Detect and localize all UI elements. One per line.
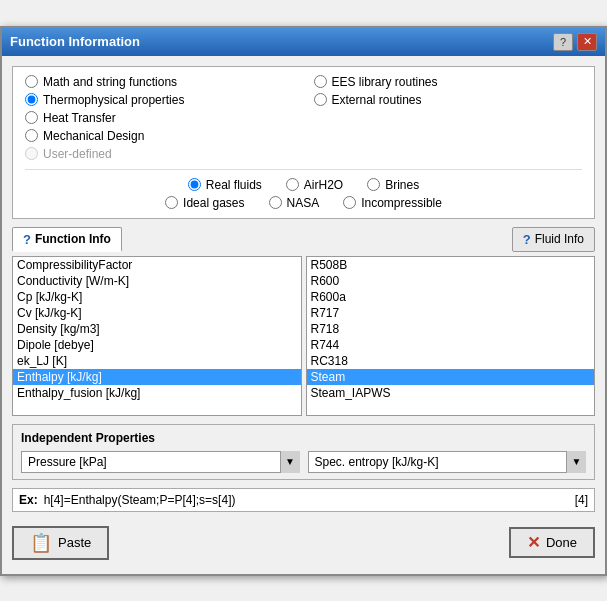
function-info-tab[interactable]: ? Function Info <box>12 227 122 252</box>
radio-heat[interactable]: Heat Transfer <box>25 111 294 125</box>
radio-real[interactable]: Real fluids <box>188 178 262 192</box>
paste-icon: 📋 <box>30 532 52 554</box>
list-item[interactable]: Cp [kJ/kg-K] <box>13 289 301 305</box>
radio-ideal[interactable]: Ideal gases <box>165 196 244 210</box>
radio-ees-input[interactable] <box>314 75 327 88</box>
category-section: Math and string functions EES library ro… <box>12 66 595 219</box>
fluid-info-tab[interactable]: ? Fluid Info <box>512 227 595 252</box>
list-item[interactable]: Dipole [debye] <box>13 337 301 353</box>
fluid-row-2: Ideal gases NASA Incompressible <box>165 196 442 210</box>
radio-airh2o[interactable]: AirH2O <box>286 178 343 192</box>
radio-mech[interactable]: Mechanical Design <box>25 129 294 143</box>
radio-brines-label: Brines <box>385 178 419 192</box>
title-bar: Function Information ? ✕ <box>2 28 605 56</box>
radio-real-label: Real fluids <box>206 178 262 192</box>
paste-label: Paste <box>58 535 91 550</box>
radio-incomp-input[interactable] <box>343 196 356 209</box>
radio-thermo-label: Thermophysical properties <box>43 93 184 107</box>
radio-airh2o-label: AirH2O <box>304 178 343 192</box>
list-item[interactable]: CompressibilityFactor <box>13 257 301 273</box>
functions-list-container: CompressibilityFactor Conductivity [W/m-… <box>12 256 302 416</box>
lists-area: CompressibilityFactor Conductivity [W/m-… <box>12 256 595 416</box>
help-title-btn[interactable]: ? <box>553 33 573 51</box>
radio-user-label: User-defined <box>43 147 112 161</box>
main-window: Function Information ? ✕ Math and string… <box>0 26 607 576</box>
list-item[interactable]: Conductivity [W/m-K] <box>13 273 301 289</box>
radio-nasa-label: NASA <box>287 196 320 210</box>
radio-mech-label: Mechanical Design <box>43 129 144 143</box>
list-item[interactable]: R600 <box>307 273 595 289</box>
done-button[interactable]: ✕ Done <box>509 527 595 558</box>
radio-heat-label: Heat Transfer <box>43 111 116 125</box>
paste-button[interactable]: 📋 Paste <box>12 526 109 560</box>
radio-brines-input[interactable] <box>367 178 380 191</box>
list-item-steam[interactable]: Steam <box>307 369 595 385</box>
fluid-types-section: Real fluids AirH2O Brines Ideal gases <box>25 169 582 210</box>
radio-thermo[interactable]: Thermophysical properties <box>25 93 294 107</box>
radio-heat-input[interactable] <box>25 111 38 124</box>
tabs-row: ? Function Info ? Fluid Info <box>12 227 595 252</box>
pressure-dropdown[interactable]: Pressure [kPa] Temperature [K] Specific … <box>21 451 300 473</box>
list-item[interactable]: Cv [kJ/kg-K] <box>13 305 301 321</box>
radio-ideal-label: Ideal gases <box>183 196 244 210</box>
ex-label: Ex: <box>19 493 38 507</box>
fluid-tab-icon: ? <box>523 232 531 247</box>
radio-incomp-label: Incompressible <box>361 196 442 210</box>
radio-math-input[interactable] <box>25 75 38 88</box>
fluid-row-1: Real fluids AirH2O Brines <box>188 178 419 192</box>
window-content: Math and string functions EES library ro… <box>2 56 605 574</box>
radio-ees[interactable]: EES library routines <box>314 75 583 89</box>
functions-list-scroll[interactable]: CompressibilityFactor Conductivity [W/m-… <box>13 257 301 415</box>
fluids-list-container: R508B R600 R600a R717 R718 R744 RC318 St… <box>306 256 596 416</box>
list-item[interactable]: R744 <box>307 337 595 353</box>
radio-external-input[interactable] <box>314 93 327 106</box>
ex-bracket: [4] <box>575 493 588 507</box>
radio-user: User-defined <box>25 147 294 161</box>
radio-external-label: External routines <box>332 93 422 107</box>
close-title-btn[interactable]: ✕ <box>577 33 597 51</box>
radio-user-input <box>25 147 38 160</box>
indep-row: Pressure [kPa] Temperature [K] Specific … <box>21 451 586 473</box>
list-item[interactable]: Enthalpy_fusion [kJ/kg] <box>13 385 301 401</box>
radio-ees-label: EES library routines <box>332 75 438 89</box>
list-item[interactable]: Steam_IAPWS <box>307 385 595 401</box>
example-row: Ex: h[4]=Enthalpy(Steam;P=P[4];s=s[4]) [… <box>12 488 595 512</box>
radio-real-input[interactable] <box>188 178 201 191</box>
radio-brines[interactable]: Brines <box>367 178 419 192</box>
x-icon: ✕ <box>527 533 540 552</box>
ex-formula: h[4]=Enthalpy(Steam;P=P[4];s=s[4]) <box>44 493 569 507</box>
title-bar-buttons: ? ✕ <box>553 33 597 51</box>
function-tab-icon: ? <box>23 232 31 247</box>
list-item[interactable]: R717 <box>307 305 595 321</box>
entropy-dropdown[interactable]: Spec. entropy [kJ/kg-K] Temperature [K] … <box>308 451 587 473</box>
list-item[interactable]: RC318 <box>307 353 595 369</box>
radio-incomp[interactable]: Incompressible <box>343 196 442 210</box>
radio-thermo-input[interactable] <box>25 93 38 106</box>
done-label: Done <box>546 535 577 550</box>
fluids-list-scroll[interactable]: R508B R600 R600a R717 R718 R744 RC318 St… <box>307 257 595 415</box>
radio-external[interactable]: External routines <box>314 93 583 107</box>
radio-math-label: Math and string functions <box>43 75 177 89</box>
window-title: Function Information <box>10 34 140 49</box>
list-item[interactable]: R600a <box>307 289 595 305</box>
category-radio-grid: Math and string functions EES library ro… <box>25 75 582 161</box>
dropdown1-container: Pressure [kPa] Temperature [K] Specific … <box>21 451 300 473</box>
list-item[interactable]: ek_LJ [K] <box>13 353 301 369</box>
radio-ideal-input[interactable] <box>165 196 178 209</box>
independent-properties-section: Independent Properties Pressure [kPa] Te… <box>12 424 595 480</box>
list-item[interactable]: Density [kg/m3] <box>13 321 301 337</box>
radio-math[interactable]: Math and string functions <box>25 75 294 89</box>
radio-mech-input[interactable] <box>25 129 38 142</box>
radio-nasa-input[interactable] <box>269 196 282 209</box>
list-item[interactable]: R718 <box>307 321 595 337</box>
list-item-enthalpy[interactable]: Enthalpy [kJ/kg] <box>13 369 301 385</box>
radio-nasa[interactable]: NASA <box>269 196 320 210</box>
radio-airh2o-input[interactable] <box>286 178 299 191</box>
list-item[interactable]: R508B <box>307 257 595 273</box>
indep-title: Independent Properties <box>21 431 586 445</box>
fluid-tab-label: Fluid Info <box>535 232 584 246</box>
bottom-row: 📋 Paste ✕ Done <box>12 522 595 564</box>
function-tab-label: Function Info <box>35 232 111 246</box>
dropdown2-container: Spec. entropy [kJ/kg-K] Temperature [K] … <box>308 451 587 473</box>
